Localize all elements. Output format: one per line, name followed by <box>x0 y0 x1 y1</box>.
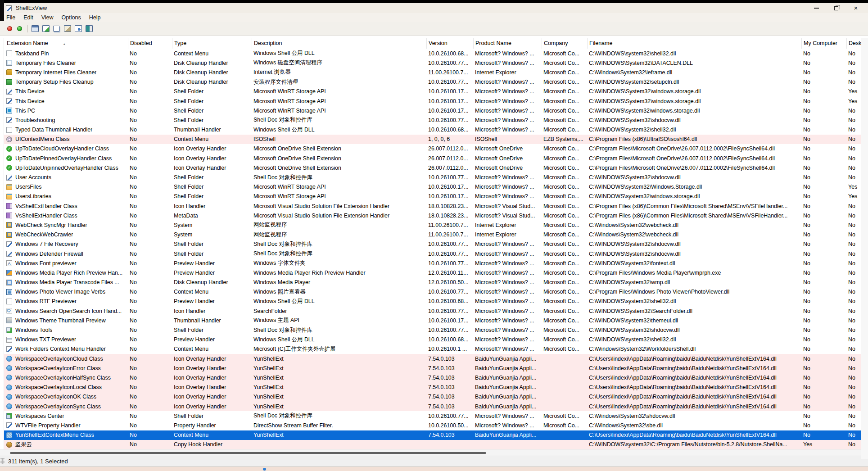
table-row[interactable]: This Device No Shell Folder Microsoft Wi… <box>4 87 861 96</box>
table-row[interactable]: WorkspaceOverlayIconLocal Class No Icon … <box>4 383 861 392</box>
cell-version: 7.54.0.103 <box>426 384 473 390</box>
save-icon[interactable] <box>32 25 39 32</box>
column-header-product-name[interactable]: Product Name <box>473 38 542 49</box>
properties-icon[interactable] <box>64 25 71 32</box>
table-row[interactable]: UsersFiles No Shell Folder Microsoft Win… <box>4 182 861 192</box>
table-row[interactable]: Windows Search OpenSearch Icon Hand... N… <box>4 306 861 316</box>
table-row[interactable]: Windows Media Player Transcode Files ...… <box>4 278 861 287</box>
table-row[interactable]: Temporary Internet Files Cleaner No Disk… <box>4 68 861 77</box>
cell-product-name: Microsoft? Windows? ... <box>473 260 542 267</box>
table-row[interactable]: WorkspaceOverlayIconOK Class No Icon Ove… <box>4 392 861 402</box>
cell-desk: Yes <box>846 88 861 95</box>
cell-my-computer: No <box>801 260 846 267</box>
table-row[interactable]: User Accounts No Shell Folder Shell Doc … <box>4 172 861 182</box>
table-row[interactable]: VsShellExtHandler Class No MetaData Micr… <box>4 211 861 220</box>
find-icon[interactable] <box>75 25 82 32</box>
table-row[interactable]: This PC No Shell Folder Microsoft WinRT … <box>4 106 861 115</box>
minimize-button[interactable] <box>813 5 819 11</box>
refresh-icon[interactable] <box>42 25 50 32</box>
column-header-type[interactable]: Type <box>172 38 252 49</box>
cell-version: 7.54.0.103 <box>426 365 473 371</box>
cell-extension-name: Temporary Internet Files Cleaner <box>4 69 128 76</box>
enable-item-button[interactable] <box>17 26 22 31</box>
copy-icon[interactable] <box>53 26 59 32</box>
cell-extension-name: UsersFiles <box>4 184 128 190</box>
vertical-scrollbar[interactable] <box>861 38 868 459</box>
column-header-disabled[interactable]: Disabled <box>128 38 172 49</box>
table-row[interactable]: Windows Photo Viewer Image Verbs No Cont… <box>4 287 861 297</box>
table-row[interactable]: Workspaces Center No Shell Folder Shell … <box>4 411 861 421</box>
table-row[interactable]: UsersLibraries No Shell Folder Microsoft… <box>4 192 861 201</box>
menu-options[interactable]: Options <box>58 14 85 22</box>
disable-item-button[interactable] <box>7 26 12 31</box>
table-row[interactable]: Windows Media Player Rich Preview Han...… <box>4 268 861 277</box>
table-row[interactable]: UpToDatePinnedOverlayHandler Class No Ic… <box>4 154 861 163</box>
menu-file[interactable]: File <box>2 14 19 22</box>
table-row[interactable]: WorkspaceOverlayIconCloud Class No Icon … <box>4 354 861 363</box>
table-row[interactable]: YunShellExtContextMenu Class No Context … <box>4 430 861 440</box>
table-row[interactable]: UpToDateCloudOverlayHandler Class No Ico… <box>4 144 861 154</box>
cell-type: Icon Overlay Handler <box>172 403 252 410</box>
column-header-desk[interactable]: Desk <box>846 38 861 49</box>
cell-product-name: Microsoft? Windows? ... <box>473 346 542 352</box>
cell-disabled: No <box>128 279 172 285</box>
table-row[interactable]: Temporary Setup Files Cleanup No Disk Cl… <box>4 77 861 87</box>
restore-button[interactable] <box>833 5 839 11</box>
table-row[interactable]: Taskband Pin No Context Menu Windows She… <box>4 49 861 58</box>
row-icon <box>6 155 12 161</box>
table-row[interactable]: WorkspaceOverlayIconSync Class No Icon O… <box>4 402 861 411</box>
column-header-extension-name[interactable]: Extension Name▴ <box>4 38 128 49</box>
menu-edit[interactable]: Edit <box>19 14 37 22</box>
cell-description: 网站监视程序 <box>252 221 426 229</box>
column-header-company[interactable]: Company <box>542 38 587 49</box>
table-row[interactable]: WebCheckWebCrawler No System 网站监视程序 11.0… <box>4 230 861 240</box>
cell-company: Microsoft Co... <box>542 145 587 152</box>
cell-extension-name: YunShellExtContextMenu Class <box>4 432 128 438</box>
exit-icon[interactable] <box>86 25 93 32</box>
column-header-filename[interactable]: Filename <box>587 38 801 49</box>
table-row[interactable]: 坚果云 No Copy Hook Handler C:\WINDOWS\syst… <box>4 440 861 449</box>
cell-disabled: No <box>128 222 172 228</box>
column-header-my-computer[interactable]: My Computer <box>801 38 846 49</box>
table-row[interactable]: Windows Font previewer No Preview Handle… <box>4 258 861 268</box>
table-row[interactable]: Work Folders Context Menu Handler No Con… <box>4 344 861 354</box>
extension-name-text: WorkspaceOverlayIconCloud Class <box>15 356 103 362</box>
table-row[interactable]: WorkspaceOverlayIconError Class No Icon … <box>4 363 861 373</box>
cell-filename: C:\Windows\System32\ieframe.dll <box>587 69 801 76</box>
table-row[interactable]: Windows TXT Previewer No Preview Handler… <box>4 335 861 344</box>
cell-company: EZB Systems,... <box>542 136 587 142</box>
cell-filename: C:\Windows\System32\webcheck.dll <box>587 222 801 228</box>
cell-disabled: No <box>128 127 172 133</box>
cell-disabled: No <box>128 308 172 314</box>
table-row[interactable]: UIContextMenu Class No Context Menu ISOS… <box>4 135 861 144</box>
table-row[interactable]: Troubleshooting No Shell Folder Shell Do… <box>4 115 861 125</box>
column-header-version[interactable]: Version <box>426 38 473 49</box>
horizontal-scrollbar[interactable] <box>0 449 868 456</box>
cell-my-computer: No <box>801 50 846 57</box>
close-button[interactable]: × <box>853 5 859 11</box>
table-row[interactable]: UpToDateUnpinnedOverlayHandler Class No … <box>4 163 861 172</box>
table-row[interactable]: WebCheck SyncMgr Handler No System 网站监视程… <box>4 220 861 230</box>
table-row[interactable]: This Device No Shell Folder Microsoft Wi… <box>4 96 861 106</box>
table-row[interactable]: WorkspaceOverlayIconHalfSync Class No Ic… <box>4 373 861 382</box>
cell-extension-name: UpToDateCloudOverlayHandler Class <box>4 145 128 152</box>
table-row[interactable]: VsShellExtHandler Class No Icon Handler … <box>4 201 861 211</box>
menu-view[interactable]: View <box>37 14 58 22</box>
cell-disabled: No <box>128 98 172 104</box>
extension-name-text: Temporary Setup Files Cleanup <box>15 79 94 85</box>
column-header-description[interactable]: Description <box>252 38 426 49</box>
table-row[interactable]: Windows 7 File Recovery No Shell Folder … <box>4 240 861 249</box>
table-row[interactable]: Temporary Files Cleaner No Disk Cleanup … <box>4 58 861 68</box>
cell-product-name: Microsoft? Windows? ... <box>473 336 542 343</box>
table-row[interactable]: Typed Data Thumbnail Handler No Thumbnai… <box>4 125 861 135</box>
table-row[interactable]: Windows Theme Thumbnail Preview No Thumb… <box>4 316 861 325</box>
cell-my-computer: No <box>801 413 846 419</box>
cell-type: Icon Overlay Handler <box>172 155 252 162</box>
horizontal-scrollbar-thumb[interactable] <box>10 452 486 454</box>
table-row[interactable]: WTVFile Property Handler No Property Han… <box>4 421 861 430</box>
table-row[interactable]: Windows Tools No Shell Folder Shell Doc … <box>4 325 861 335</box>
table-row[interactable]: Windows RTF Previewer No Preview Handler… <box>4 297 861 306</box>
table-row[interactable]: Windows Defender Firewall No Shell Folde… <box>4 249 861 258</box>
menu-help[interactable]: Help <box>85 14 105 22</box>
cell-type: Icon Overlay Handler <box>172 365 252 371</box>
